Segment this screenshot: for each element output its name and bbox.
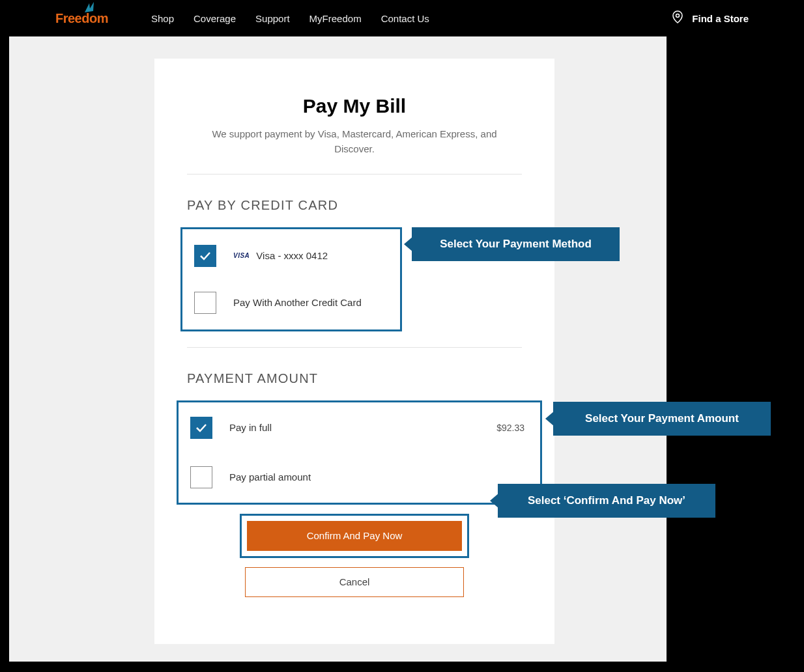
callout-confirm: Select ‘Confirm And Pay Now’ [498,484,715,518]
checkbox-saved-card[interactable] [194,245,216,267]
other-card-label: Pay With Another Credit Card [233,297,362,308]
nav-myfreedom[interactable]: MyFreedom [309,13,362,24]
divider [187,174,522,175]
cancel-button[interactable]: Cancel [245,567,464,597]
confirm-button-highlight: Confirm And Pay Now [240,514,469,558]
visa-icon: VISA [233,252,250,259]
payment-method-saved-card[interactable]: VISA Visa - xxxx 0412 [194,238,388,273]
checkbox-pay-partial[interactable] [190,466,212,488]
pay-bill-card: Pay My Bill We support payment by Visa, … [154,59,554,644]
payment-amount-group: Pay in full $92.33 Pay partial amount [177,400,542,505]
brand-name: Freedom [55,11,108,26]
location-pin-icon [672,10,683,26]
divider [187,347,522,348]
check-icon [199,251,211,260]
nav-contact[interactable]: Contact Us [381,13,429,24]
callout-payment-method: Select Your Payment Method [412,227,620,261]
find-store-link[interactable]: Find a Store [692,13,749,24]
pay-in-full-option[interactable]: Pay in full $92.33 [190,410,528,445]
checkbox-other-card[interactable] [194,292,216,314]
brand-logo[interactable]: Freedom [55,11,108,26]
check-icon [195,423,207,432]
logo-bird-icon [83,2,96,16]
page-title: Pay My Bill [180,95,528,117]
nav-support[interactable]: Support [255,13,290,24]
payment-method-group: VISA Visa - xxxx 0412 Pay With Another C… [180,227,402,331]
checkbox-pay-full[interactable] [190,417,212,439]
top-nav-bar: Freedom Shop Coverage Support MyFreedom … [0,0,804,36]
pay-partial-option[interactable]: Pay partial amount [190,460,528,495]
callout-payment-amount: Select Your Payment Amount [553,402,771,436]
saved-card-label: Visa - xxxx 0412 [256,250,328,261]
payment-amount-section-title: PAYMENT AMOUNT [187,371,522,386]
main-nav: Shop Coverage Support MyFreedom Contact … [151,13,429,24]
pay-method-section-title: PAY BY CREDIT CARD [187,198,522,213]
confirm-pay-button[interactable]: Confirm And Pay Now [247,521,462,551]
pay-partial-label: Pay partial amount [229,471,311,483]
pay-full-label: Pay in full [229,422,272,433]
svg-point-0 [676,14,680,18]
nav-shop[interactable]: Shop [151,13,174,24]
page-subhead: We support payment by Visa, Mastercard, … [198,126,511,157]
pay-full-amount: $92.33 [496,423,528,433]
payment-method-other-card[interactable]: Pay With Another Credit Card [194,285,388,320]
nav-coverage[interactable]: Coverage [194,13,236,24]
